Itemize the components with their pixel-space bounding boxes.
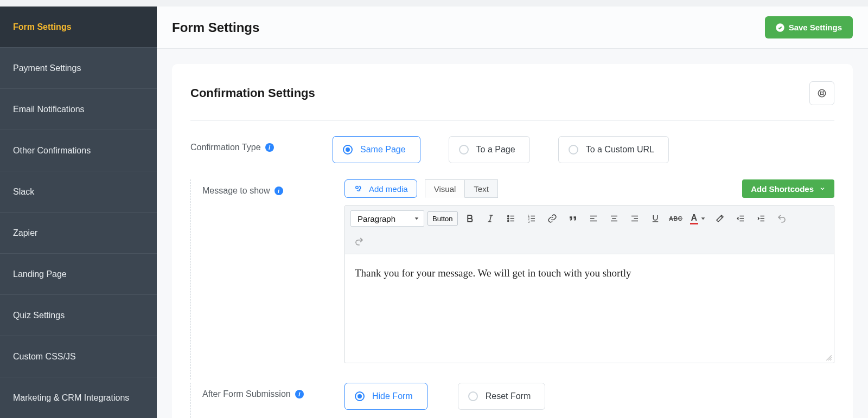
editor-wrap: Add media Visual Text Add Shortcodes [344,179,834,363]
align-center-icon[interactable] [605,210,623,227]
option-label: Same Page [360,145,406,155]
option-to-a-page[interactable]: To a Page [449,136,530,163]
radio-icon [569,145,578,155]
indent-icon[interactable] [752,210,770,227]
bold-icon[interactable] [461,210,478,227]
editor-body[interactable]: Thank you for your message. We will get … [345,254,834,363]
sidebar-item-label: Slack [13,187,34,197]
numbered-list-icon[interactable]: 123 [523,210,540,227]
underline-icon[interactable] [647,210,664,227]
format-select-value: Paragraph [358,214,395,223]
sidebar-item-label: Custom CSS/JS [13,352,76,362]
page-header: Form Settings Save Settings [157,7,868,49]
sidebar-item-label: Form Settings [13,22,72,32]
info-icon[interactable]: i [265,143,274,152]
caret-down-icon [414,216,419,221]
sidebar-item-label: Quiz Settings [13,311,65,320]
link-icon[interactable] [544,210,561,227]
sidebar-item-form-settings[interactable]: Form Settings [0,7,157,48]
svg-line-4 [823,91,825,92]
option-hide-form[interactable]: Hide Form [344,383,427,410]
clear-formatting-icon[interactable] [711,210,729,227]
tab-text[interactable]: Text [464,179,498,198]
add-media-button[interactable]: Add media [344,179,417,198]
redo-icon[interactable] [350,233,368,249]
svg-point-14 [507,220,508,221]
after-submission-row: After Form Submission i Hide Form Reset … [190,383,834,410]
app-root: Form Settings Payment Settings Email Not… [0,0,868,418]
media-icon [354,184,363,194]
sidebar-item-quiz-settings[interactable]: Quiz Settings [0,295,157,336]
radio-icon [343,145,353,155]
sidebar-item-landing-page[interactable]: Landing Page [0,254,157,295]
insert-button-button[interactable]: Button [427,211,458,226]
sidebar-item-zapier[interactable]: Zapier [0,213,157,254]
sidebar-item-label: Zapier [13,228,37,238]
confirmation-type-row: Confirmation Type i Same Page To a Page [190,136,834,163]
lifebuoy-icon [817,88,827,98]
option-to-custom-url[interactable]: To a Custom URL [558,136,669,163]
chevron-down-icon [819,185,826,192]
wysiwyg-editor: Paragraph Button 123 [344,205,834,363]
svg-point-12 [507,215,508,216]
sidebar-item-slack[interactable]: Slack [0,171,157,213]
tab-visual[interactable]: Visual [425,179,465,198]
svg-line-5 [819,94,821,96]
settings-card: Confirmation Settings Confirmation Type … [172,64,853,418]
confirmation-type-label: Confirmation Type i [190,136,333,152]
confirmation-type-options: Same Page To a Page To a Custom URL [333,136,669,163]
save-settings-label: Save Settings [789,23,842,32]
sidebar-item-label: Marketing & CRM Integrations [13,393,129,403]
radio-icon [468,391,478,401]
section-help-button[interactable] [809,81,834,105]
message-row: Message to show i Add media Visual Text [190,179,834,363]
sidebar-item-label: Other Confirmations [13,146,91,156]
sidebar-item-payment-settings[interactable]: Payment Settings [0,48,157,89]
message-label: Message to show i [190,179,344,196]
info-icon[interactable]: i [275,187,283,195]
after-submission-options: Hide Form Reset Form [344,383,545,410]
format-select[interactable]: Paragraph [350,210,424,227]
editor-mode-tabs: Visual Text [425,179,498,198]
after-submission-label: After Form Submission i [190,383,344,399]
message-label-text: Message to show [202,186,270,196]
sidebar-item-label: Landing Page [13,269,67,279]
sidebar-item-marketing-crm[interactable]: Marketing & CRM Integrations [0,377,157,418]
sidebar: Form Settings Payment Settings Email Not… [0,7,157,418]
align-left-icon[interactable] [585,210,602,227]
editor-text: Thank you for your message. We will get … [355,267,631,279]
option-label: To a Custom URL [586,145,654,155]
after-submission-label-text: After Form Submission [202,389,291,399]
svg-point-2 [820,92,823,94]
text-color-icon[interactable]: A [688,210,709,227]
save-settings-button[interactable]: Save Settings [765,16,853,38]
svg-text:3: 3 [528,220,529,223]
page-title: Form Settings [172,20,259,35]
info-icon[interactable]: i [295,390,304,398]
radio-icon [459,145,469,155]
bullet-list-icon[interactable] [502,210,520,227]
svg-point-13 [507,218,508,219]
add-shortcodes-label: Add Shortcodes [751,184,814,194]
outdent-icon[interactable] [732,210,749,227]
svg-marker-34 [701,217,705,220]
add-shortcodes-button[interactable]: Add Shortcodes [742,179,834,198]
italic-icon[interactable] [482,210,499,227]
option-same-page[interactable]: Same Page [333,136,420,163]
svg-line-43 [830,359,831,360]
align-right-icon[interactable] [626,210,643,227]
option-reset-form[interactable]: Reset Form [458,383,546,410]
main-panel: Form Settings Save Settings Confirmation… [157,7,868,418]
blockquote-icon[interactable] [564,210,582,227]
strikethrough-icon[interactable]: ABC [667,210,685,227]
option-label: To a Page [476,145,515,155]
sidebar-item-email-notifications[interactable]: Email Notifications [0,89,157,130]
svg-line-9 [489,215,491,222]
resize-handle-icon[interactable] [825,354,833,362]
add-media-label: Add media [369,184,408,194]
undo-icon[interactable] [773,210,790,227]
sidebar-item-custom-css-js[interactable]: Custom CSS/JS [0,336,157,377]
svg-line-3 [819,91,821,92]
sidebar-item-other-confirmations[interactable]: Other Confirmations [0,130,157,171]
svg-point-7 [356,187,359,189]
